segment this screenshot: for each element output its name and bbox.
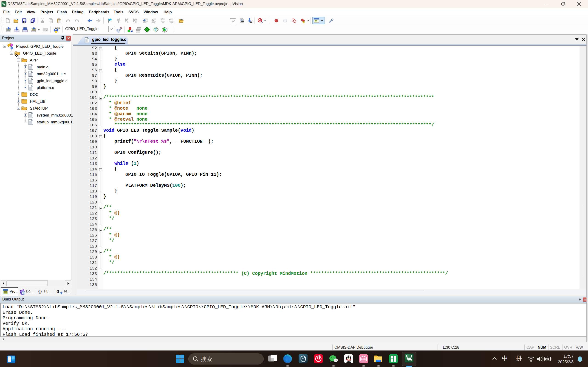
svg-text:?: ?	[23, 291, 24, 295]
svg-text:d: d	[259, 19, 261, 22]
svg-text:5: 5	[411, 359, 412, 362]
svg-text:bilibili: bilibili	[361, 358, 367, 360]
svg-text:5: 5	[4, 4, 6, 6]
